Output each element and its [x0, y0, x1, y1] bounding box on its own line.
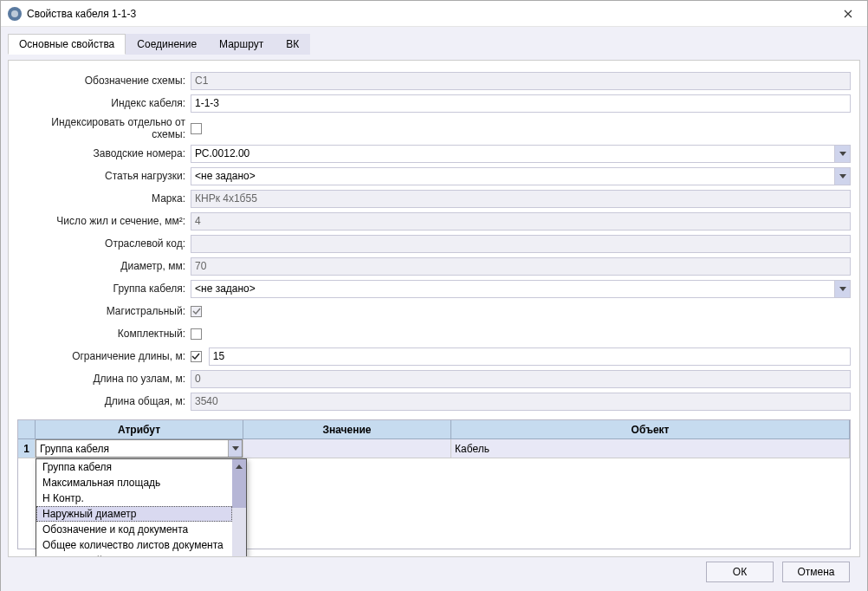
client-area: Основные свойства Соединение Маршрут ВК …	[1, 27, 867, 591]
len-nodes-label: Длина по узлам, м:	[17, 373, 191, 385]
scroll-track[interactable]	[232, 473, 246, 557]
kit-label: Комплектный:	[17, 328, 191, 340]
kit-checkbox[interactable]	[191, 328, 202, 340]
close-button[interactable]	[829, 1, 867, 27]
cancel-button[interactable]: Отмена	[782, 562, 850, 582]
titlebar: Свойства кабеля 1-1-3	[1, 1, 867, 27]
cable-index-input[interactable]	[191, 94, 851, 113]
dialog-footer: ОК Отмена	[8, 557, 860, 587]
industry-code-input	[191, 235, 851, 253]
grid-header-object: Объект	[451, 420, 850, 438]
brand-input	[191, 190, 851, 208]
diameter-input	[191, 257, 851, 276]
ok-button[interactable]: ОК	[706, 562, 774, 582]
grid-cell-value[interactable]	[243, 439, 451, 458]
chevron-down-icon[interactable]	[834, 168, 850, 185]
grid-cell-object: Кабель	[451, 439, 850, 458]
dropdown-item[interactable]: Н Контр.	[36, 490, 232, 506]
scheme-desig-label: Обозначение схемы:	[17, 75, 191, 87]
tabstrip: Основные свойства Соединение Маршрут ВК	[8, 34, 860, 55]
cores-input	[191, 212, 851, 231]
cores-label: Число жил и сечение, мм²:	[17, 215, 191, 227]
tab-connection[interactable]: Соединение	[126, 34, 208, 55]
grid-cell-attr[interactable]: Группа кабеля Группа кабеляМаксимальная …	[36, 439, 243, 458]
index-sep-label: Индексировать отдельно от схемы:	[17, 116, 191, 140]
dropdown-item[interactable]: Обозначение и код документа	[36, 522, 232, 537]
load-article-label: Статья нагрузки:	[17, 170, 191, 182]
grid-row-number: 1	[18, 439, 36, 458]
main-panel: Обозначение схемы: Индекс кабеля: Индекс…	[8, 60, 860, 557]
grid-row[interactable]: 1 Группа кабеля Группа кабеляМаксимальна…	[18, 439, 850, 458]
grid-attr-dropdown[interactable]: Группа кабеляМаксимальная площадьН Контр…	[36, 458, 247, 557]
cable-group-label: Группа кабеля:	[17, 283, 191, 295]
trunk-checkbox	[191, 306, 202, 317]
dropdown-item[interactable]: Общее количество листов документа	[36, 537, 232, 553]
tab-main-properties[interactable]: Основные свойства	[8, 34, 126, 55]
len-total-label: Длина общая, м:	[17, 395, 191, 407]
brand-label: Марка:	[17, 192, 191, 205]
cable-group-combo[interactable]: <не задано>	[191, 280, 851, 298]
trunk-label: Магистральный:	[17, 305, 191, 317]
dropdown-item[interactable]: Группа кабеля	[36, 459, 232, 475]
industry-code-label: Отраслевой код:	[17, 237, 191, 250]
len-nodes-input	[191, 370, 851, 388]
load-article-combo[interactable]: <не задано>	[191, 167, 851, 185]
attributes-grid: Атрибут Значение Объект 1 Группа кабеля …	[17, 419, 851, 549]
len-limit-checkbox[interactable]	[191, 351, 202, 362]
diameter-label: Диаметр, мм:	[17, 260, 191, 272]
dropdown-item[interactable]: Максимальная площадь	[36, 475, 232, 490]
window-title: Свойства кабеля 1-1-3	[27, 8, 829, 20]
grid-attr-combo[interactable]: Группа кабеля	[36, 439, 243, 458]
cable-index-label: Индекс кабеля:	[17, 97, 191, 109]
grid-header: Атрибут Значение Объект	[18, 420, 850, 439]
len-total-input	[191, 393, 851, 411]
scroll-thumb[interactable]	[232, 473, 246, 508]
scheme-desig-input	[191, 72, 851, 90]
chevron-down-icon[interactable]	[834, 281, 850, 297]
index-sep-checkbox[interactable]	[191, 123, 202, 134]
len-limit-input[interactable]	[209, 347, 851, 366]
grid-header-attr: Атрибут	[36, 420, 243, 438]
dialog-window: Свойства кабеля 1-1-3 Основные свойства …	[0, 0, 868, 591]
tab-route[interactable]: Маршрут	[208, 34, 275, 55]
app-icon	[8, 7, 22, 21]
grid-header-value: Значение	[243, 420, 451, 438]
dropdown-item[interactable]: Наружный диаметр	[36, 506, 232, 522]
chevron-down-icon[interactable]	[834, 146, 850, 162]
chevron-down-icon[interactable]	[228, 440, 242, 457]
len-limit-label: Ограничение длины, м:	[17, 350, 191, 362]
grid-header-num	[18, 420, 36, 438]
dropdown-scrollbar[interactable]	[232, 459, 246, 557]
factory-nums-combo[interactable]: РС.0012.00	[191, 145, 851, 163]
svg-point-0	[11, 10, 18, 17]
scroll-up-icon[interactable]	[232, 459, 246, 473]
tab-vk[interactable]: ВК	[275, 34, 310, 55]
factory-nums-label: Заводские номера:	[17, 147, 191, 159]
